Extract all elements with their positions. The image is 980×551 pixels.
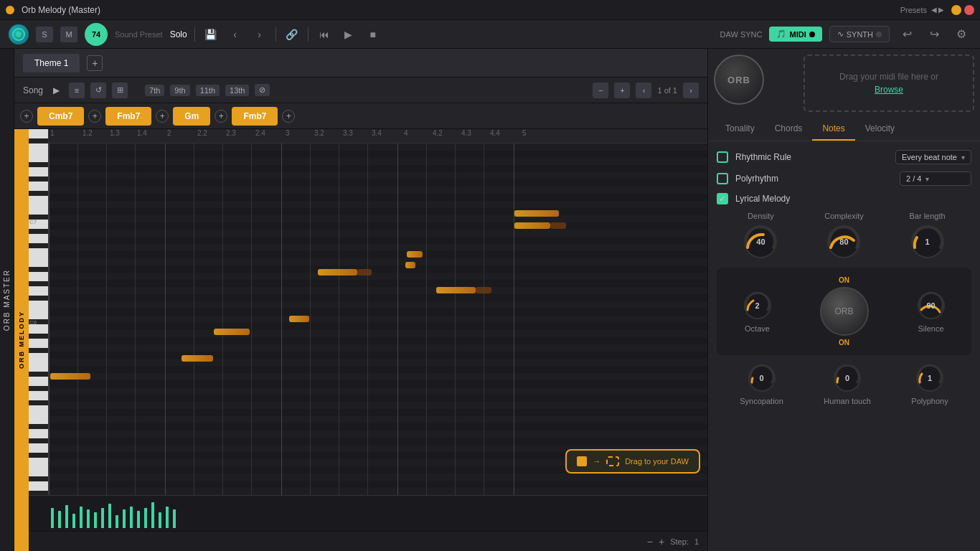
arrow-left-button[interactable]: ‹ (227, 26, 244, 43)
drag-daw-tooltip[interactable]: → Drag to your DAW (565, 449, 700, 474)
human-touch-knob[interactable]: 0 (831, 362, 863, 394)
nav-prev-button[interactable]: ‹ (636, 83, 651, 98)
orb-circle-container: ORB (714, 55, 798, 105)
drag-arrow-icon: → (593, 457, 600, 466)
bpm-display[interactable]: 74 (85, 23, 108, 46)
polyrhythm-dropdown[interactable]: 2 / 4 ▾ (900, 171, 971, 186)
density-knob[interactable]: 40 (742, 223, 779, 260)
orb-center-button[interactable]: ORB (820, 287, 869, 336)
complexity-knob[interactable]: 80 (825, 223, 862, 260)
beat-3-4: 3.4 (372, 129, 382, 137)
step-plus-button[interactable]: + (659, 536, 664, 547)
orb-circle[interactable]: ORB (714, 55, 764, 105)
complexity-label: Complexity (824, 212, 863, 220)
orb-on-bottom-label: ON (839, 339, 849, 347)
polyphony-label: Polyphony (911, 397, 948, 405)
chord-2[interactable]: Gm (173, 107, 210, 126)
polyrhythm-row: Polyrhythm 2 / 4 ▾ (717, 171, 971, 186)
syncopation-knob[interactable]: 0 (746, 362, 778, 394)
main-toolbar: S M 74 Sound Preset Solo 💾 ‹ › 🔗 ⏮ ▶ ■ D… (0, 20, 980, 49)
nav-plus-button[interactable]: + (614, 83, 630, 98)
stop-button[interactable]: ■ (364, 26, 382, 43)
lyrical-melody-checkbox[interactable]: ✓ (717, 193, 728, 204)
chord-1[interactable]: Fmb7 (105, 107, 151, 126)
beat-2-3: 2.3 (226, 129, 236, 137)
song-icon-btn-3[interactable]: ⊞ (112, 83, 128, 98)
toolbar-sep-1 (194, 27, 195, 42)
nav-next-button[interactable]: › (683, 83, 699, 98)
tab-chords[interactable]: Chords (765, 118, 813, 141)
vel-bar-1 (51, 508, 54, 528)
save-button[interactable]: 💾 (202, 26, 220, 43)
mode-s-button[interactable]: S (36, 27, 53, 42)
synth-button[interactable]: ∿ SYNTH (829, 26, 890, 42)
drag-label: Drag to your DAW (625, 457, 689, 466)
tab-velocity[interactable]: Velocity (855, 118, 905, 141)
theme-tab[interactable]: Theme 1 (23, 54, 80, 72)
interval-9th[interactable]: 9th (170, 85, 189, 96)
chord-add-left[interactable]: + (20, 110, 33, 123)
vel-bar-6 (87, 509, 90, 528)
bar-length-label: Bar length (909, 212, 945, 220)
grid-content[interactable]: → Drag to your DAW (49, 143, 707, 495)
interval-11th[interactable]: 11th (196, 85, 220, 96)
settings-button[interactable]: ⚙ (951, 24, 971, 44)
chord-3[interactable]: Fmb7 (232, 107, 278, 126)
midi-drop-zone[interactable]: Drag your midi file here or Browse (804, 55, 974, 112)
tab-notes[interactable]: Notes (812, 118, 854, 141)
interval-13th[interactable]: 13th (225, 85, 249, 96)
rhythmic-rule-dropdown[interactable]: Every beat note ▾ (895, 150, 971, 164)
chord-0[interactable]: Cmb7 (37, 107, 84, 126)
undo-button[interactable]: ↩ (897, 24, 917, 44)
chord-add-right[interactable]: + (282, 110, 295, 123)
midi-active-dot (809, 32, 815, 37)
beat-line-3-2 (310, 143, 311, 495)
close-button[interactable] (964, 5, 974, 15)
polyphony-knob[interactable]: 1 (914, 362, 946, 394)
beat-line-3-3 (339, 143, 339, 495)
chord-add-2[interactable]: + (156, 110, 169, 123)
mode-m-button[interactable]: M (60, 27, 77, 42)
vel-bar-17 (166, 507, 169, 528)
theme-add-button[interactable]: + (87, 55, 103, 71)
song-icon-btn-2[interactable]: ↺ (90, 83, 106, 98)
bar-length-knob[interactable]: 1 (909, 223, 946, 260)
skip-back-button[interactable]: ⏮ (316, 26, 333, 43)
chord-add-3[interactable]: + (215, 110, 227, 123)
note-block-7 (405, 262, 415, 268)
step-minus-button[interactable]: − (647, 536, 653, 547)
next-arrow[interactable]: ▶ (938, 6, 944, 14)
orb-master-tab[interactable]: ORB MASTER (0, 49, 14, 551)
prev-arrow[interactable]: ◀ (931, 6, 937, 14)
piano-roll-grid[interactable]: 1 1.2 1.3 1.4 2 2.2 2.3 2.4 3 3.2 3.3 3.… (49, 129, 707, 495)
vel-bar-11 (123, 509, 126, 528)
octave-knob[interactable]: 2 (742, 290, 773, 321)
note-block-9-tail (550, 222, 566, 229)
song-icon-btn-1[interactable]: ≡ (69, 83, 85, 98)
vel-bar-2 (58, 511, 61, 528)
panel-content: Rhythmic Rule Every beat note ▾ Polyrhyt… (708, 141, 980, 551)
browse-link[interactable]: Browse (875, 85, 903, 95)
rhythmic-rule-checkbox[interactable] (717, 151, 728, 163)
vel-bar-8 (101, 508, 104, 528)
song-play-button[interactable]: ▶ (49, 83, 63, 98)
beat-line-2-3 (222, 143, 223, 495)
polyrhythm-checkbox[interactable] (717, 173, 728, 184)
play-button[interactable]: ▶ (340, 26, 357, 43)
nav-minus-button[interactable]: − (593, 83, 608, 98)
redo-button[interactable]: ↪ (924, 24, 944, 44)
panel-tabs: Tonality Chords Notes Velocity (708, 118, 980, 141)
minimize-button[interactable] (951, 5, 961, 15)
link-button[interactable]: 🔗 (283, 26, 301, 43)
tab-tonality[interactable]: Tonality (715, 118, 765, 141)
silence-knob[interactable]: 90 (915, 290, 947, 321)
header-and-grid: C7 C6 1 1.2 1.3 1.4 (29, 129, 707, 495)
interval-7th[interactable]: 7th (145, 85, 164, 96)
arrow-right-button[interactable]: › (251, 26, 268, 43)
app-icon (6, 6, 14, 14)
orb-melody-tab[interactable]: ORB MELODY (14, 129, 29, 551)
grid-header: 1 1.2 1.3 1.4 2 2.2 2.3 2.4 3 3.2 3.3 3.… (49, 129, 707, 143)
interval-reset[interactable]: ⊘ (255, 84, 270, 96)
midi-button[interactable]: 🎵 MIDI (769, 27, 821, 42)
chord-add-1[interactable]: + (88, 110, 101, 123)
